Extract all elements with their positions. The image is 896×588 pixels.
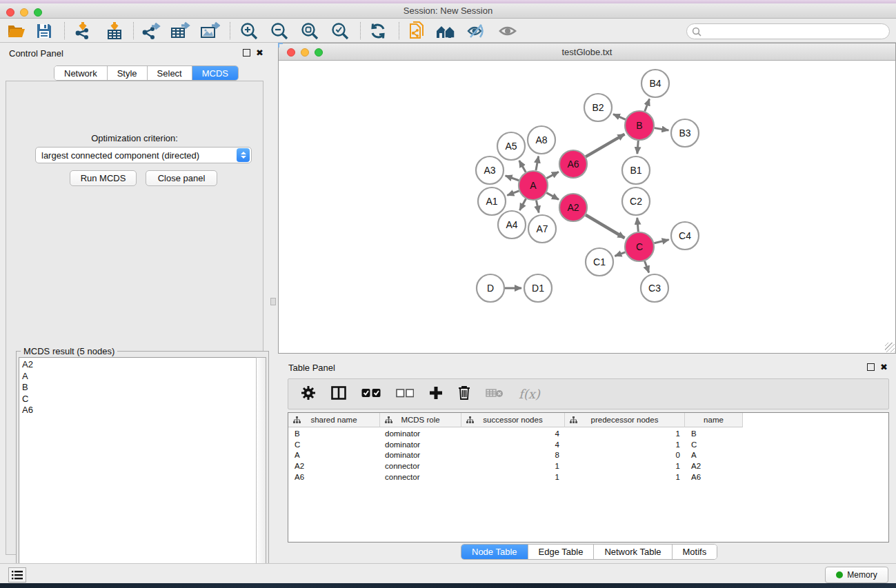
node-C[interactable]: C: [625, 232, 654, 261]
splitter-grip[interactable]: [270, 298, 276, 305]
first-neighbors-icon[interactable]: [434, 21, 459, 41]
node-D[interactable]: D: [477, 274, 504, 302]
close-panel-icon[interactable]: ✖: [256, 49, 263, 57]
result-item[interactable]: A: [22, 371, 257, 383]
criterion-select[interactable]: largest connected component (directed): [35, 147, 252, 163]
edge-B-B2[interactable]: [613, 114, 626, 120]
edge-B-B4[interactable]: [645, 99, 650, 111]
delete-icon[interactable]: [458, 385, 470, 403]
show-details-icon[interactable]: [495, 21, 520, 41]
maximize-window-button[interactable]: [34, 8, 42, 17]
tab-mcds[interactable]: MCDS: [192, 66, 238, 80]
edge-C-C2[interactable]: [637, 218, 639, 232]
edge-A2-C[interactable]: [586, 215, 624, 239]
node-C1[interactable]: C1: [586, 248, 613, 276]
edge-A-A3[interactable]: [506, 176, 519, 181]
result-item[interactable]: C: [22, 394, 257, 405]
node-B2[interactable]: B2: [584, 94, 612, 121]
select-all-icon[interactable]: [361, 388, 381, 401]
node-A6[interactable]: A6: [559, 150, 587, 178]
network-close-button[interactable]: [287, 48, 295, 57]
result-item[interactable]: A2: [22, 359, 257, 371]
minimize-window-button[interactable]: [20, 8, 28, 17]
refresh-layout-icon[interactable]: [366, 21, 390, 41]
float-panel-icon[interactable]: [243, 49, 250, 57]
table-row[interactable]: Cdominator41C: [288, 439, 744, 450]
close-table-panel-icon[interactable]: ✖: [880, 363, 888, 371]
edge-C-C4[interactable]: [654, 240, 668, 243]
node-A7[interactable]: A7: [528, 215, 556, 243]
tab-select[interactable]: Select: [148, 66, 192, 80]
zoom-out-icon[interactable]: [267, 21, 292, 41]
search-box[interactable]: [686, 23, 890, 39]
close-window-button[interactable]: [6, 8, 14, 17]
node-B[interactable]: B: [625, 111, 654, 140]
float-table-panel-icon[interactable]: [867, 363, 875, 371]
window-titlebar[interactable]: Session: New Session: [0, 3, 896, 19]
tab-edge-table[interactable]: Edge Table: [528, 545, 595, 559]
edge-A6-B[interactable]: [586, 134, 624, 157]
network-canvas[interactable]: B4B2BB3A8A5A6A3B1AA1C2A2A4A7C4CC1C3DD1: [279, 61, 895, 353]
import-table-icon[interactable]: [102, 21, 127, 41]
column-header-successor-nodes[interactable]: successor nodes: [461, 413, 565, 427]
node-C2[interactable]: C2: [622, 187, 650, 215]
edge-A-A5[interactable]: [519, 161, 526, 172]
result-item[interactable]: A6: [22, 405, 257, 416]
node-C3[interactable]: C3: [641, 274, 668, 302]
node-A1[interactable]: A1: [478, 187, 506, 215]
zoom-in-icon[interactable]: [237, 21, 261, 41]
table-row[interactable]: Adominator80A: [288, 450, 744, 461]
tab-network-table[interactable]: Network Table: [594, 545, 672, 559]
column-header-name[interactable]: name: [685, 413, 743, 427]
resize-grip-icon[interactable]: [885, 343, 895, 352]
tab-node-table[interactable]: Node Table: [461, 545, 528, 559]
edge-A-A7[interactable]: [536, 201, 539, 213]
search-input[interactable]: [704, 26, 889, 38]
columns-icon[interactable]: [331, 386, 346, 403]
edge-A-A8[interactable]: [536, 156, 539, 171]
node-table[interactable]: shared nameMCDS rolesuccessor nodesprede…: [288, 412, 889, 543]
node-C4[interactable]: C4: [671, 222, 699, 250]
node-A5[interactable]: A5: [497, 132, 525, 160]
edge-A-A4[interactable]: [519, 199, 526, 210]
zoom-selected-icon[interactable]: [328, 21, 352, 41]
task-history-button[interactable]: [8, 567, 26, 582]
node-A4[interactable]: A4: [498, 211, 526, 239]
tab-network[interactable]: Network: [54, 66, 108, 80]
export-table-icon[interactable]: [168, 21, 192, 41]
network-window-titlebar[interactable]: testGlobe.txt: [279, 43, 895, 61]
edge-C-C1[interactable]: [615, 252, 625, 256]
mcds-result-list[interactable]: A2ABCA6: [19, 357, 257, 582]
network-minimize-button[interactable]: [301, 48, 309, 57]
deselect-all-icon[interactable]: [396, 388, 414, 401]
add-icon[interactable]: [429, 386, 443, 403]
node-D1[interactable]: D1: [524, 274, 552, 302]
open-file-icon[interactable]: [4, 21, 29, 41]
node-A2[interactable]: A2: [559, 194, 587, 221]
node-B4[interactable]: B4: [641, 70, 669, 97]
result-item[interactable]: B: [22, 382, 257, 394]
table-row[interactable]: A2connector11A2: [288, 460, 744, 472]
node-B3[interactable]: B3: [671, 119, 699, 147]
export-network-icon[interactable]: [138, 21, 163, 41]
gear-icon[interactable]: [301, 385, 316, 403]
tab-motifs[interactable]: Motifs: [673, 545, 717, 559]
column-header-predecessor-nodes[interactable]: predecessor nodes: [565, 413, 685, 427]
result-scrollbar[interactable]: [256, 357, 266, 582]
close-panel-button[interactable]: Close panel: [146, 170, 217, 186]
node-A3[interactable]: A3: [476, 156, 504, 184]
edge-A-A1[interactable]: [507, 191, 519, 196]
node-A8[interactable]: A8: [528, 126, 555, 154]
network-maximize-button[interactable]: [315, 48, 323, 57]
hide-details-icon[interactable]: [464, 21, 489, 41]
column-header-MCDS-role[interactable]: MCDS role: [380, 413, 461, 427]
export-image-icon[interactable]: [197, 21, 222, 41]
memory-button[interactable]: Memory: [825, 567, 888, 583]
column-header-shared-name[interactable]: shared name: [288, 413, 380, 427]
edge-C-C3[interactable]: [645, 261, 649, 273]
table-row[interactable]: Bdominator41B: [288, 428, 744, 439]
node-A[interactable]: A: [519, 171, 548, 200]
node-B1[interactable]: B1: [622, 156, 650, 184]
run-mcds-button[interactable]: Run MCDS: [70, 170, 137, 186]
edge-B-B1[interactable]: [637, 141, 638, 154]
